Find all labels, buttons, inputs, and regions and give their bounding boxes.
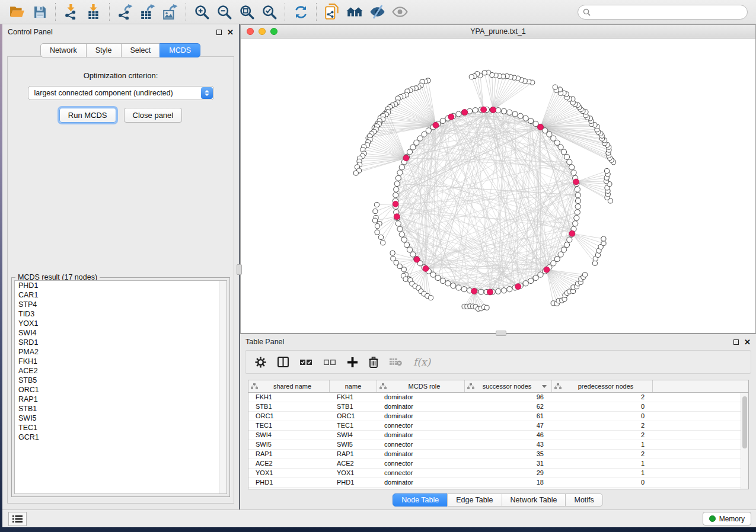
save-session-icon[interactable] <box>28 2 51 22</box>
column-header-name[interactable]: name <box>330 380 377 392</box>
zoom-selected-icon[interactable] <box>258 2 280 22</box>
column-header-predecessor-nodes[interactable]: predecessor nodes <box>552 380 653 392</box>
table-tabs: Node TableEdge TableNetwork TableMotifs <box>240 493 756 507</box>
vertical-splitter-handle[interactable] <box>237 264 242 275</box>
mcds-result-item[interactable]: TEC1 <box>15 423 227 432</box>
run-mcds-button[interactable]: Run MCDS <box>59 108 116 123</box>
close-panel-button[interactable]: Close panel <box>124 108 183 123</box>
cell-shared_name: FKH1 <box>248 393 330 402</box>
toolbar-separator <box>109 3 110 21</box>
table-row[interactable]: STB1STB1dominator620 <box>248 402 748 412</box>
table-scrollbar-thumb[interactable] <box>742 396 747 448</box>
tab-network[interactable]: Network <box>40 43 87 57</box>
list-icon <box>12 515 23 523</box>
network-view-window: YPA_prune.txt_1 <box>240 24 756 334</box>
hide-selected-icon[interactable] <box>366 2 388 22</box>
import-table-icon[interactable] <box>82 2 105 22</box>
mcds-result-item[interactable]: STP4 <box>15 300 227 309</box>
table-row[interactable]: ORC1ORC1dominator610 <box>248 412 748 421</box>
delete-column-icon[interactable] <box>369 357 378 368</box>
toolbar-separator <box>55 3 56 21</box>
mcds-result-item[interactable]: SWI5 <box>15 414 227 423</box>
show-all-icon[interactable] <box>388 2 411 22</box>
network-canvas-svg[interactable] <box>241 39 755 333</box>
table-options-gear-icon[interactable] <box>255 357 266 368</box>
mcds-result-item[interactable]: ORC1 <box>15 385 227 395</box>
network-view-titlebar[interactable]: YPA_prune.txt_1 <box>241 25 755 39</box>
cell-predecessor_nodes: 2 <box>552 421 653 430</box>
cell-predecessor_nodes: 1 <box>552 440 653 449</box>
network-canvas[interactable] <box>241 39 755 333</box>
show-columns-icon[interactable] <box>277 357 289 367</box>
status-bar: Memory <box>2 509 756 527</box>
column-header-MCDS-role[interactable]: MCDS role <box>377 380 465 392</box>
mcds-result-item[interactable]: TID3 <box>15 309 227 319</box>
export-image-icon[interactable] <box>159 2 181 22</box>
table-row[interactable]: PHD1PHD1dominator180 <box>248 478 748 488</box>
search-input[interactable] <box>578 5 748 20</box>
mcds-result-item[interactable]: YOX1 <box>15 319 227 328</box>
mcds-result-item[interactable]: STB5 <box>15 376 227 385</box>
mcds-result-item[interactable]: STB1 <box>15 404 227 414</box>
tab-network-table[interactable]: Network Table <box>502 493 566 507</box>
mcds-result-item[interactable]: SWI4 <box>15 328 227 338</box>
tab-edge-table[interactable]: Edge Table <box>447 493 502 507</box>
mcds-result-item[interactable]: GCR1 <box>15 432 227 442</box>
create-column-icon[interactable] <box>347 357 358 367</box>
mcds-result-item[interactable]: FKH1 <box>15 357 227 366</box>
deselect-all-rows-icon[interactable] <box>324 358 336 366</box>
memory-button[interactable]: Memory <box>703 512 751 525</box>
mcds-result-item[interactable]: CAR1 <box>15 290 227 300</box>
mcds-result-item[interactable]: RAP1 <box>15 395 227 404</box>
table-row[interactable]: YOX1YOX1connector291 <box>248 469 748 478</box>
float-panel-icon[interactable] <box>216 30 222 35</box>
table-row[interactable]: TEC1TEC1connector472 <box>248 421 748 431</box>
memory-label: Memory <box>719 515 745 523</box>
export-table-icon[interactable] <box>136 2 159 22</box>
column-header-shared-name[interactable]: shared name <box>248 380 330 392</box>
maximize-window-icon[interactable] <box>270 28 277 35</box>
first-neighbors-icon[interactable] <box>343 2 366 22</box>
refresh-view-icon[interactable] <box>289 2 312 22</box>
zoom-out-icon[interactable] <box>213 2 235 22</box>
table-row[interactable]: RAP1RAP1dominator352 <box>248 450 748 459</box>
export-network-icon[interactable] <box>114 2 136 22</box>
table-row[interactable]: SWI5SWI5connector431 <box>248 440 748 450</box>
select-all-rows-icon[interactable] <box>300 358 312 366</box>
cell-name: FKH1 <box>330 393 377 402</box>
tab-node-table[interactable]: Node Table <box>393 493 448 507</box>
cell-shared_name: TEC1 <box>248 421 330 430</box>
close-window-icon[interactable] <box>247 28 254 35</box>
tab-style[interactable]: Style <box>86 43 122 57</box>
cell-successor_nodes: 29 <box>465 469 552 477</box>
show-panels-list-button[interactable] <box>8 512 27 526</box>
mcds-result-item[interactable]: PHD1 <box>15 281 227 290</box>
mcds-result-item[interactable]: SRD1 <box>15 338 227 347</box>
tab-motifs[interactable]: Motifs <box>565 493 602 507</box>
zoom-in-icon[interactable] <box>190 2 213 22</box>
table-row[interactable]: SWI4SWI4dominator462 <box>248 431 748 440</box>
criterion-dropdown[interactable]: largest connected component (undirected) <box>28 86 214 100</box>
import-network-icon[interactable] <box>60 2 82 22</box>
mcds-result-list[interactable]: PHD1CAR1STP4TID3YOX1SWI4SRD1PMA2FKH1ACE2… <box>14 280 227 494</box>
float-panel-icon[interactable] <box>733 339 739 345</box>
zoom-fit-icon[interactable] <box>235 2 258 22</box>
clone-network-icon[interactable] <box>321 2 343 22</box>
tab-mcds[interactable]: MCDS <box>160 43 200 57</box>
mcds-result-item[interactable]: PMA2 <box>15 347 227 357</box>
network-view-title: YPA_prune.txt_1 <box>470 27 526 36</box>
open-file-icon[interactable] <box>6 2 28 22</box>
table-row[interactable]: FKH1FKH1dominator962 <box>248 393 748 402</box>
minimize-window-icon[interactable] <box>259 28 266 35</box>
horizontal-splitter-handle[interactable] <box>496 331 506 336</box>
close-panel-icon[interactable]: ✕ <box>744 339 751 345</box>
cell-shared_name: SWI5 <box>248 440 330 449</box>
mcds-result-item[interactable]: ACE2 <box>15 366 227 376</box>
table-scrollbar[interactable] <box>741 393 748 489</box>
column-header-successor-nodes[interactable]: successor nodes <box>465 380 552 392</box>
tab-select[interactable]: Select <box>121 43 161 57</box>
mcds-list-scrollbar[interactable] <box>219 281 227 493</box>
table-row[interactable]: ACE2ACE2connector311 <box>248 459 748 469</box>
close-panel-icon[interactable]: ✕ <box>227 30 234 35</box>
sort-descending-icon[interactable] <box>542 385 547 388</box>
